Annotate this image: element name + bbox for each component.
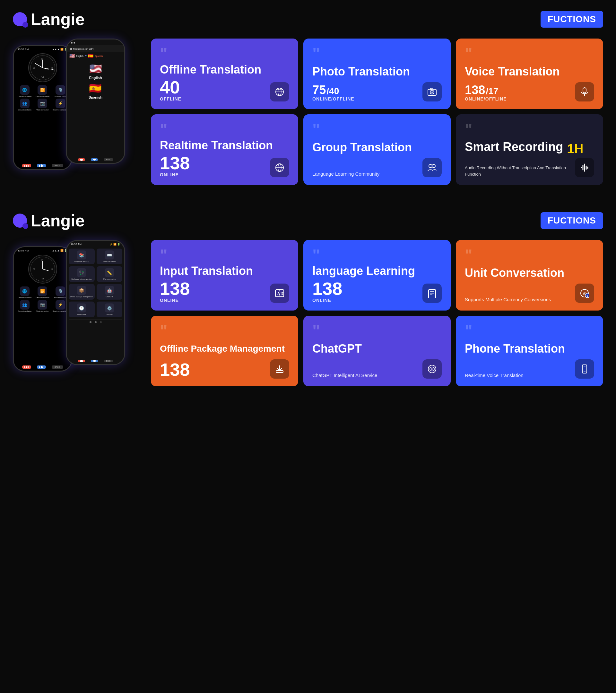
phone-icon-offline-3[interactable]: 📴 Offline translation: [34, 286, 51, 299]
card-count-learning: 138 ONLINE: [312, 280, 342, 303]
card-bottom-input: 138 ONLINE A 文: [160, 280, 289, 303]
phone-icon-offline[interactable]: 📴 Offline translation: [34, 85, 51, 97]
back-btn-1[interactable]: BACK: [52, 164, 63, 167]
svg-text:III: III: [50, 268, 53, 271]
phone-clock-1: XII III VI IX: [28, 53, 57, 82]
header-1: Langie FUCTIONS: [13, 9, 603, 29]
subtitle-group: Language Learning Community: [312, 171, 379, 177]
sound-btn-4[interactable]: [91, 360, 98, 362]
menu-item-unit-conversion[interactable]: 📏 Unit conversion: [97, 266, 123, 282]
ai-svg: [427, 364, 437, 374]
sound-btn-3[interactable]: [37, 365, 46, 369]
menu-item-settings[interactable]: ⚙️ Settings: [97, 301, 123, 317]
smart-label-3: Smart recording: [54, 297, 67, 299]
clock-svg-3: XII III VI IX: [30, 256, 56, 282]
menu-item-chatgpt[interactable]: 🤖 ChatGPT: [97, 284, 123, 300]
online-icon-3: 🌐: [20, 286, 29, 296]
globe2-svg: [275, 163, 284, 173]
mic-svg: [580, 87, 589, 97]
phone-icon-group-3[interactable]: 👥 Group translation: [16, 300, 33, 312]
lang-item-es: 🇪🇸 Spanish: [88, 82, 102, 99]
menu-item-offline-pkg[interactable]: 📦 Offline package management: [69, 284, 95, 300]
card-voice-translation: " Voice Translation 138 /17 ONLINE/OFFLI…: [456, 39, 603, 109]
back-arrow-2[interactable]: ◀: [69, 47, 71, 51]
back-btn-4[interactable]: BACK: [104, 360, 113, 362]
smart-icon: 🎙️: [56, 85, 65, 95]
card-group-translation: " Group Translation Language Learning Co…: [303, 114, 451, 185]
card-phone-translation: " Phone Translation Real-time Voice Tran…: [456, 316, 603, 386]
sound-btn-1[interactable]: [37, 164, 46, 167]
logo-text-1: Langie: [31, 9, 85, 29]
phone-icon-group[interactable]: 👥 Group translation: [16, 99, 33, 111]
phone-status-bar-1: 13:52 PM ▲▲▲ 📶 🔋: [14, 46, 71, 52]
phone-time-4: 10:53 AM: [70, 243, 82, 246]
phone-screen-1: 13:52 PM ▲▲▲ 📶 🔋 XII III VI IX: [14, 46, 71, 169]
svg-text:€: €: [587, 294, 588, 297]
count-voice: 138: [465, 84, 485, 96]
flag-us: 🇺🇸: [69, 53, 75, 58]
camera-svg: [427, 87, 437, 97]
menu-item-input-translation[interactable]: ⌨️ Input translation: [97, 249, 123, 264]
flag-es: 🇪🇸: [88, 53, 94, 58]
icon-smart: [575, 158, 594, 177]
svg-text:VI: VI: [41, 277, 44, 280]
waveform-svg: [580, 163, 589, 173]
logo-2: Langie: [13, 211, 85, 230]
mic-btn-4[interactable]: [78, 360, 85, 362]
phone-icon-online[interactable]: 🌐 Online translation: [16, 85, 33, 97]
menu-item-world-clock[interactable]: 🕐 World clock: [69, 301, 95, 317]
online-icon: 🌐: [20, 85, 29, 95]
svg-point-22: [429, 164, 432, 167]
phone-bottom-bar-2: BACK: [67, 156, 124, 163]
card-count-photo: 75 /40 ONLINE/OFFLINE: [312, 84, 354, 101]
logo-text-2: Langie: [31, 211, 85, 230]
photo-icon-3: 📷: [38, 300, 47, 310]
phone-nav-bar-2: ◀ Traducción con WIFI: [67, 45, 124, 52]
quote-mark-realtime: ": [160, 123, 289, 136]
quote-mark-group: ": [312, 123, 442, 136]
swap-icon[interactable]: ⇄: [85, 55, 87, 57]
phone-icon-photo[interactable]: 📷 Photo translation: [34, 99, 51, 111]
group-label-3: Group translation: [18, 310, 32, 312]
icon-offline: [270, 82, 289, 101]
cards-grid-2: " Input Translation 138 ONLINE A 文: [151, 240, 603, 386]
back-btn-2[interactable]: BACK: [104, 158, 113, 161]
mic-btn-2[interactable]: [78, 158, 85, 161]
smart-icon-3: 🎙️: [56, 286, 65, 296]
phone-menu-grid-4: 📚 Language learning ⌨️ Input translation…: [67, 246, 124, 319]
menu-item-lang-learning[interactable]: 📚 Language learning: [69, 249, 95, 264]
count-suffix-voice: /17: [486, 86, 498, 96]
phone-icon-online-3[interactable]: 🌐 Online translation: [16, 286, 33, 299]
card-title-smart: Smart Recording: [465, 140, 563, 154]
menu-item-exchange-rate[interactable]: 💱 Exchange rate conversion: [69, 266, 95, 282]
phone-icon-photo-3[interactable]: 📷 Photo translation: [34, 300, 51, 312]
flag-es-large: 🇪🇸: [89, 82, 102, 94]
subtitle-unit: Supports Multiple Currency Conversions: [465, 296, 551, 303]
card-bottom-realtime: 138 ONLINE: [160, 154, 289, 177]
quote-mark-input: ": [160, 249, 289, 262]
sound-btn-2[interactable]: [91, 158, 98, 161]
mic-btn-1[interactable]: [22, 164, 31, 167]
card-bottom-offline: 40 OFFLINE: [160, 78, 289, 101]
globe-svg: [275, 87, 284, 97]
card-count-offline-pkg: 138: [160, 361, 190, 379]
offline-icon-3: 📴: [38, 286, 47, 296]
phone-bottom-bar-4: BACK: [67, 358, 124, 364]
photo-label: Photo translation: [36, 109, 49, 111]
card-unit-conversation: " Unit Conversation Supports Multiple Cu…: [456, 240, 603, 311]
world-clock-label: World clock: [77, 313, 86, 315]
learning-svg: [427, 289, 437, 298]
back-btn-3[interactable]: BACK: [52, 365, 63, 369]
photo-label-3: Photo translation: [36, 310, 49, 312]
card-title-photo: Photo Translation: [312, 65, 442, 78]
desc-smart: Audio Recording Without Transcription An…: [465, 165, 575, 177]
dot-3: [100, 321, 102, 323]
realtime-icon-3: ⚡: [56, 300, 65, 310]
count-suffix-photo: /40: [326, 86, 339, 96]
mic-btn-3[interactable]: [22, 365, 31, 369]
card-bottom-offline-pkg: 138: [160, 359, 289, 379]
card-title-chatgpt: ChatGPT: [312, 342, 442, 355]
currency-svg: £ €: [580, 289, 589, 298]
download-svg: [275, 364, 284, 374]
phone-status-bar-4: 10:53 AM ⚡ 📶 🔋: [67, 241, 124, 246]
